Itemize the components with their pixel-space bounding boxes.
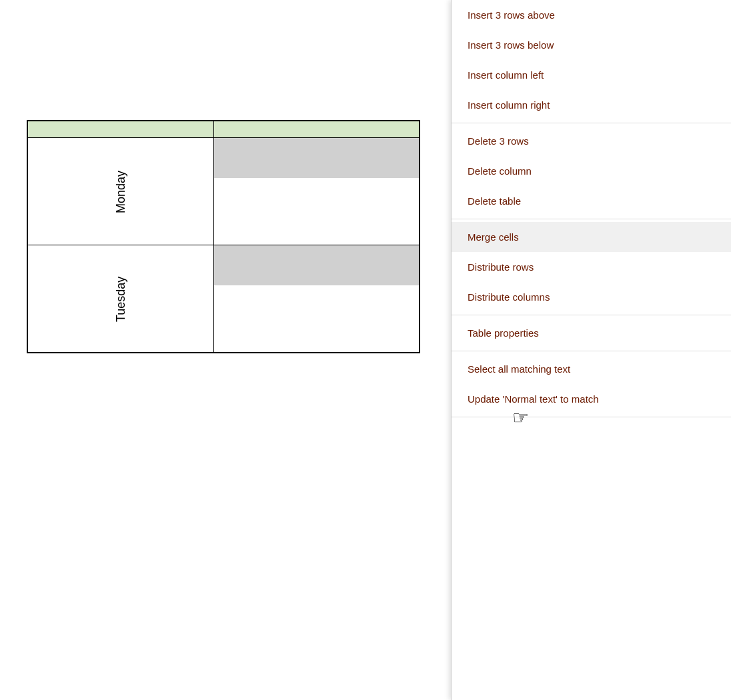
day-monday: Monday (28, 138, 214, 245)
book-cell-white-monday (214, 178, 419, 245)
menu-divider (452, 123, 731, 123)
menu-item-distribute-columns[interactable]: Distribute columns (452, 282, 731, 312)
context-menu: Insert 3 rows aboveInsert 3 rows belowIn… (451, 0, 731, 700)
table-row: Monday (28, 138, 420, 245)
menu-divider (452, 351, 731, 351)
menu-item-merge-cells[interactable]: Merge cells (452, 222, 731, 252)
reading-table: Monday Tuesday (27, 120, 420, 353)
menu-item-delete-3-rows[interactable]: Delete 3 rows (452, 126, 731, 156)
table-header-row (28, 121, 420, 138)
book-cell-tuesday (213, 245, 419, 353)
book-cell-monday (213, 138, 419, 245)
menu-item-insert-rows-below[interactable]: Insert 3 rows below (452, 30, 731, 60)
menu-item-insert-col-right[interactable]: Insert column right (452, 90, 731, 120)
col-header-book (213, 121, 419, 138)
menu-item-delete-column[interactable]: Delete column (452, 156, 731, 186)
menu-divider-bottom (452, 417, 731, 417)
menu-divider (452, 315, 731, 315)
book-cell-gray-monday (214, 138, 419, 178)
menu-divider (452, 219, 731, 219)
day-tuesday: Tuesday (28, 245, 214, 353)
document-area: Monday Tuesday (0, 0, 427, 700)
col-header-day (28, 121, 214, 138)
menu-item-distribute-rows[interactable]: Distribute rows (452, 252, 731, 282)
menu-item-table-properties[interactable]: Table properties (452, 318, 731, 348)
menu-item-insert-rows-above[interactable]: Insert 3 rows above (452, 0, 731, 30)
menu-item-insert-col-left[interactable]: Insert column left (452, 60, 731, 90)
table-row: Tuesday (28, 245, 420, 353)
menu-item-delete-table[interactable]: Delete table (452, 186, 731, 216)
menu-item-select-all-matching[interactable]: Select all matching text (452, 354, 731, 384)
menu-item-update-normal-text[interactable]: Update 'Normal text' to match (452, 384, 731, 414)
book-cell-white-tuesday (214, 285, 419, 352)
book-cell-gray-tuesday (214, 245, 419, 285)
